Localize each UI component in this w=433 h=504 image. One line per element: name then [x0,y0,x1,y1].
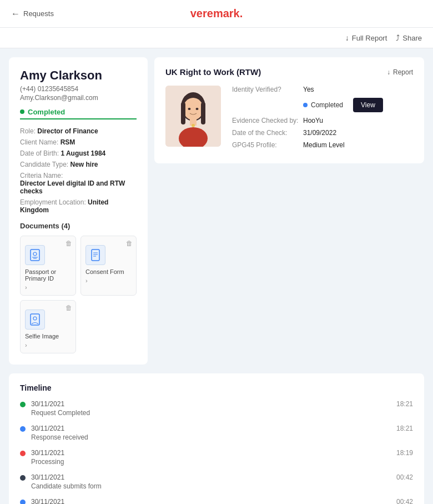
timeline-dot [20,500,26,505]
criteria-row: Criteria Name: Director Level digital ID… [20,172,137,195]
svg-rect-13 [181,102,185,124]
doc-label-consent: Consent Form [85,268,124,275]
documents-grid: 🗑 Passport or Primary ID › 🗑 [20,236,137,353]
svg-point-12 [183,98,203,120]
svg-point-17 [188,108,191,110]
back-button[interactable]: ← Requests [11,9,54,19]
timeline-list: 30/11/2021 18:21 Request Completed 30/11… [20,400,413,505]
top-nav: ← Requests veremark. [0,0,433,28]
timeline-time: 00:42 [396,498,413,505]
timeline-date: 30/11/2021 [31,449,64,457]
date-row: Date of the Check: 31/09/2022 [232,129,413,137]
evidence-row: Completed View [232,98,413,112]
check-card: UK Right to Work (RTW) ↓ Report [154,57,424,163]
doc-arrow-selfie-icon: › [25,342,27,348]
doc-trash-icon[interactable]: 🗑 [66,239,72,247]
timeline-time: 00:42 [396,473,413,481]
timeline-dot [20,451,26,456]
status-dot [20,109,24,114]
identity-row: Identity Verified? Yes [232,86,413,93]
check-title: UK Right to Work (RTW) [165,67,261,77]
timeline-content: 30/11/2021 00:42 Request is in progress [31,498,413,505]
timeline-dot [20,475,26,481]
status-badge: Completed [20,108,65,116]
report-button[interactable]: ↓ Report [387,68,413,76]
timeline-event-label: Response received [31,433,413,441]
view-button[interactable]: View [353,98,383,112]
timeline-event-label: Request Completed [31,409,413,417]
candidate-phone: (+44) 01235645854 [20,85,137,93]
client-row: Client Name: RSM [20,138,137,146]
timeline-item: 30/11/2021 18:19 Processing [20,449,413,466]
doc-label-selfie: Selfie Image [25,333,59,340]
svg-rect-4 [92,249,99,261]
check-body: Identity Verified? Yes Completed View Ev… [165,86,413,153]
timeline-content: 30/11/2021 18:19 Processing [31,449,413,466]
timeline-item: 30/11/2021 18:21 Response received [20,425,413,441]
timeline-row: 30/11/2021 18:21 [31,400,413,408]
left-panel: Amy Clarkson (+44) 01235645854 Amy.Clark… [9,57,148,365]
doc-icon-selfie [25,310,45,330]
check-header: UK Right to Work (RTW) ↓ Report [165,67,413,77]
timeline-event-label: Candidate submits form [31,482,413,490]
role-row: Role: Director of Finance [20,127,137,135]
doc-trash-selfie-icon[interactable]: 🗑 [66,304,72,312]
timeline-date: 30/11/2021 [31,400,64,408]
candidate-name: Amy Clarkson [20,68,137,83]
download-icon: ↓ [345,33,349,42]
svg-rect-14 [201,102,205,124]
timeline-item: 30/11/2021 18:21 Request Completed [20,400,413,417]
candidate-photo [165,86,221,147]
dob-row: Date of Birth: 1 August 1984 [20,149,137,157]
svg-rect-0 [31,249,39,261]
check-details: Identity Verified? Yes Completed View Ev… [232,86,413,153]
timeline-item: 30/11/2021 00:42 Candidate submits form [20,473,413,490]
candidate-email: Amy.Clarkson@gmail.com [20,94,137,102]
doc-card-consent[interactable]: 🗑 Consent Form › [80,236,137,296]
timeline-dot [20,426,26,432]
main-content: Amy Clarkson (+44) 01235645854 Amy.Clark… [0,48,433,373]
evidence-checked-row: Evidence Checked by: HooYu [232,117,413,124]
timeline-event-label: Processing [31,458,413,466]
share-button[interactable]: ⤴ Share [396,33,422,42]
doc-icon-consent [85,245,105,265]
right-panel: UK Right to Work (RTW) ↓ Report [154,57,424,170]
doc-card-selfie[interactable]: 🗑 Selfie Image › [20,300,76,353]
status-line [20,118,137,119]
action-bar: ↓ Full Report ⤴ Share [0,28,433,48]
timeline-date: 30/11/2021 [31,473,64,481]
completed-status: Completed [303,101,343,109]
download-report-icon: ↓ [387,68,390,76]
completed-dot [303,103,308,107]
brand-logo: veremark. [190,7,243,20]
nav-title: Requests [23,9,54,18]
employment-row: Employment Location: United Kingdom [20,198,137,214]
candidate-type-row: Candidate Type: New hire [20,161,137,168]
timeline-dot [20,402,26,407]
timeline-date: 30/11/2021 [31,425,64,432]
timeline-content: 30/11/2021 18:21 Request Completed [31,400,413,417]
timeline-time: 18:19 [396,449,413,457]
doc-card-passport[interactable]: 🗑 Passport or Primary ID › [20,236,76,296]
svg-point-1 [33,252,37,256]
timeline-title: Timeline [20,383,413,392]
timeline-time: 18:21 [396,425,413,432]
doc-arrow-icon: › [25,284,27,291]
timeline-row: 30/11/2021 00:42 [31,473,413,481]
doc-label-passport: Passport or Primary ID [25,268,71,282]
svg-point-9 [33,317,37,320]
svg-point-18 [196,108,199,110]
documents-title: Documents (4) [20,222,137,230]
timeline-row: 30/11/2021 18:21 [31,425,413,432]
timeline-row: 30/11/2021 18:19 [31,449,413,457]
timeline-content: 30/11/2021 00:42 Candidate submits form [31,473,413,490]
full-report-button[interactable]: ↓ Full Report [345,33,387,42]
gpg-row: GPG45 Profile: Medium Level [232,141,413,149]
timeline-row: 30/11/2021 00:42 [31,498,413,505]
doc-trash-consent-icon[interactable]: 🗑 [126,239,133,247]
share-icon: ⤴ [396,33,400,42]
timeline-panel: Timeline 30/11/2021 18:21 Request Comple… [9,373,424,505]
doc-arrow-consent-icon: › [85,277,88,284]
back-arrow-icon: ← [11,9,20,19]
timeline-content: 30/11/2021 18:21 Response received [31,425,413,441]
